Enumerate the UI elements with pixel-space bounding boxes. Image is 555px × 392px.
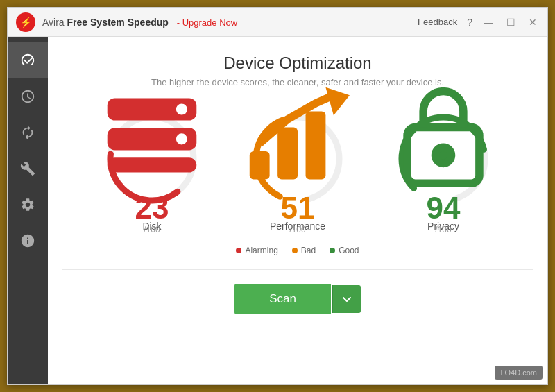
title-bar: ⚡ Avira Free System Speedup - Upgrade No… — [8, 8, 547, 37]
svg-rect-10 — [278, 127, 298, 179]
sidebar-item-tools[interactable] — [8, 151, 48, 187]
gauge-privacy-center: 94 /100 — [391, 83, 495, 235]
gauge-performance-center: 51 /100 — [246, 83, 350, 235]
app-name: Avira — [42, 17, 65, 28]
sidebar — [8, 37, 48, 384]
page-title: Device Optimization — [223, 53, 371, 73]
svg-point-16 — [435, 147, 451, 163]
gauge-performance: 51 /100 Performance — [239, 107, 357, 232]
sidebar-item-dashboard[interactable] — [8, 42, 48, 78]
main-content: Device Optimization The higher the devic… — [8, 37, 547, 384]
info-icon — [20, 233, 35, 248]
sidebar-item-clock[interactable] — [8, 78, 48, 114]
legend-bad: Bad — [292, 246, 316, 255]
divider — [62, 269, 533, 270]
tools-icon — [20, 161, 35, 176]
sidebar-item-info[interactable] — [8, 223, 48, 259]
good-label: Good — [339, 246, 359, 255]
bad-label: Bad — [301, 246, 316, 255]
speedometer-icon — [20, 53, 35, 68]
performance-score: 51 — [281, 193, 315, 223]
settings-icon — [20, 197, 35, 212]
gauge-disk-center: 23 /100 — [100, 83, 204, 235]
performance-icon — [246, 83, 350, 191]
privacy-out-of: /100 — [435, 225, 451, 235]
content-area: Device Optimization The higher the devic… — [48, 37, 547, 384]
disk-score: 23 — [135, 193, 169, 223]
sidebar-item-settings[interactable] — [8, 187, 48, 223]
disk-out-of: /100 — [144, 225, 160, 235]
watermark: LO4D.com — [495, 366, 543, 380]
svg-rect-9 — [250, 151, 270, 179]
scan-button[interactable]: Scan — [234, 284, 331, 314]
svg-rect-11 — [306, 111, 326, 179]
gauge-privacy-circle: 94 /100 — [391, 107, 495, 211]
gauges-row: 23 /100 Disk — [93, 107, 502, 232]
chevron-down-icon — [343, 297, 351, 302]
svg-point-5 — [176, 103, 187, 114]
title-bar-text: Avira Free System Speedup - Upgrade Now — [42, 17, 418, 28]
bad-dot — [292, 248, 298, 253]
feedback-link[interactable]: Feedback — [418, 17, 457, 27]
clock-icon — [20, 89, 35, 104]
gauge-disk: 23 /100 Disk — [93, 107, 211, 232]
close-button[interactable]: ✕ — [527, 17, 539, 28]
performance-out-of: /100 — [289, 225, 305, 235]
refresh-icon — [20, 125, 35, 140]
good-dot — [330, 248, 335, 253]
app-logo: ⚡ — [16, 12, 35, 32]
gauge-disk-circle: 23 /100 — [100, 107, 204, 211]
disk-icon — [100, 83, 204, 191]
upgrade-link[interactable]: - Upgrade Now — [177, 17, 237, 28]
legend-good: Good — [330, 246, 359, 255]
svg-rect-4 — [108, 157, 197, 172]
alarming-label: Alarming — [245, 246, 278, 255]
title-bar-controls: Feedback ? — ☐ ✕ — [418, 17, 539, 28]
gauge-performance-circle: 51 /100 — [246, 107, 350, 211]
legend-alarming: Alarming — [236, 246, 278, 255]
alarming-dot — [236, 248, 241, 253]
scan-dropdown-button[interactable] — [332, 285, 361, 313]
svg-point-6 — [176, 133, 187, 144]
app-name-bold: Free System Speedup — [67, 17, 169, 28]
minimize-button[interactable]: — — [482, 17, 495, 28]
logo-icon: ⚡ — [20, 17, 32, 28]
maximize-button[interactable]: ☐ — [504, 17, 517, 28]
scan-row: Scan — [234, 284, 361, 314]
privacy-icon — [391, 83, 495, 191]
privacy-score: 94 — [427, 193, 461, 223]
sidebar-item-refresh[interactable] — [8, 114, 48, 151]
help-button[interactable]: ? — [467, 17, 472, 28]
gauge-privacy: 94 /100 Privacy — [384, 107, 502, 232]
legend: Alarming Bad Good — [236, 246, 359, 255]
